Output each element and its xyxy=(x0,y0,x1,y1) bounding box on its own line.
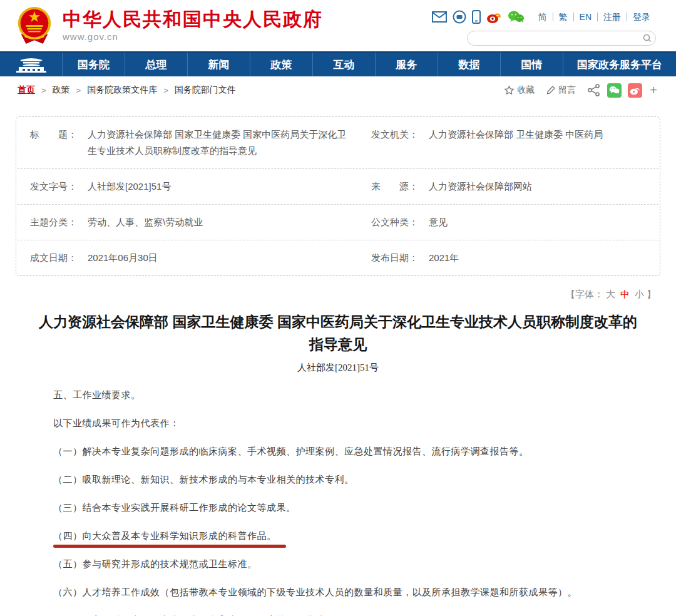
paragraph-item-6: （六）人才培养工作成效（包括带教本专业领域的下级专业技术人员的数量和质量，以及所… xyxy=(53,585,638,599)
font-size-small[interactable]: 小 xyxy=(635,289,644,299)
meta-label-topic-category: 主题分类： xyxy=(30,214,88,230)
nav-item-services[interactable]: 服务 xyxy=(376,53,438,76)
lang-traditional-link[interactable]: 繁 xyxy=(553,13,573,21)
font-selector-prefix: 【字体： xyxy=(566,289,603,299)
breadcrumb-separator: > xyxy=(76,86,81,95)
favorite-button[interactable]: 收藏 xyxy=(504,85,535,96)
font-size-selector: 【字体：大中小】 xyxy=(0,276,676,300)
share-weibo-icon[interactable] xyxy=(628,83,642,98)
nav-item-gov-service-platform[interactable]: 国家政务服务平台 xyxy=(563,53,676,76)
paragraph-item-7: （七）其它可以代表本人专业技术能力和水平的标志性工作业绩。 xyxy=(53,613,638,616)
search-icon[interactable] xyxy=(639,31,655,45)
nav-item-news[interactable]: 新闻 xyxy=(188,53,250,76)
login-link[interactable]: 登录 xyxy=(627,13,656,21)
share-icon[interactable] xyxy=(587,83,601,97)
paragraph-item-5: （五）参与研究并形成的技术规范或卫生标准。 xyxy=(53,557,638,571)
red-underline-annotation xyxy=(53,545,286,548)
meta-row-category-type: 主题分类： 劳动、人事、监察\劳动就业 公文种类： 意见 xyxy=(18,205,658,240)
lang-english-link[interactable]: EN xyxy=(573,13,597,21)
site-brand[interactable]: 中华人民共和国中央人民政府 www.gov.cn xyxy=(15,5,323,46)
nav-item-state-council[interactable]: 国务院 xyxy=(63,53,125,76)
meta-label-doc-number: 发文字号： xyxy=(30,178,88,195)
meta-value-publish-date: 2021年 xyxy=(429,250,476,266)
site-url: www.gov.cn xyxy=(63,31,323,42)
nav-item-policy[interactable]: 政策 xyxy=(250,53,313,76)
font-selector-suffix: 】 xyxy=(647,289,656,299)
search-input[interactable] xyxy=(468,32,639,44)
mobile-icon[interactable] xyxy=(472,10,481,24)
document-meta-table: 标 题： 人力资源社会保障部 国家卫生健康委 国家中医药局关于深化卫生专业技术人… xyxy=(16,116,660,276)
message-icon[interactable] xyxy=(453,10,466,24)
comment-button[interactable]: 留言 xyxy=(546,85,576,96)
meta-label-title: 标 题： xyxy=(30,126,88,159)
meta-row-dates: 成文日期： 2021年06月30日 发布日期： 2021年 xyxy=(18,240,658,275)
nav-home-tiananmen[interactable] xyxy=(0,53,63,76)
page-actions: 收藏 留言 xyxy=(504,83,657,98)
meta-value-document-type: 意见 xyxy=(429,214,465,230)
weibo-icon[interactable] xyxy=(486,10,502,24)
meta-value-issuing-agency: 人力资源社会保障部 卫生健康委 中医药局 xyxy=(429,126,620,159)
document-body: 五、工作业绩要求。 以下业绩成果可作为代表作： （一）解决本专业复杂问题形成的临… xyxy=(38,388,638,616)
meta-row-title-agency: 标 题： 人力资源社会保障部 国家卫生健康委 国家中医药局关于深化卫生专业技术人… xyxy=(18,117,658,169)
paragraph-intro: 以下业绩成果可作为代表作： xyxy=(53,416,638,430)
comment-label: 留言 xyxy=(558,85,576,96)
font-size-large[interactable]: 大 xyxy=(606,289,615,299)
site-header: 中华人民共和国中央人民政府 www.gov.cn xyxy=(0,0,676,51)
meta-value-doc-number: 人社部发[2021]51号 xyxy=(88,178,188,195)
wechat-icon[interactable] xyxy=(508,10,525,24)
meta-label-source: 来 源： xyxy=(371,178,429,195)
nav-item-premier[interactable]: 总理 xyxy=(125,53,188,76)
breadcrumb-separator: > xyxy=(41,86,46,95)
mail-icon[interactable] xyxy=(432,11,447,23)
meta-value-topic-category: 劳动、人事、监察\劳动就业 xyxy=(88,214,220,230)
national-emblem-icon xyxy=(15,5,54,46)
meta-label-publish-date: 发布日期： xyxy=(371,250,429,266)
paragraph-item-1: （一）解决本专业复杂问题形成的临床病案、手术视频、护理案例、应急处置情况报告、流… xyxy=(53,444,638,458)
breadcrumb: 首页 > 政策 > 国务院政策文件库 > 国务院部门文件 xyxy=(18,85,236,96)
breadcrumb-policy-library[interactable]: 国务院政策文件库 xyxy=(87,85,157,96)
nav-item-interaction[interactable]: 互动 xyxy=(313,53,376,76)
share-wechat-icon[interactable] xyxy=(607,83,622,98)
breadcrumb-bar: 首页 > 政策 > 国务院政策文件库 > 国务院部门文件 收藏 留言 xyxy=(0,76,676,104)
document-number: 人社部发[2021]51号 xyxy=(38,362,638,374)
main-nav: 国务院 总理 新闻 政策 互动 服务 数据 国情 国家政务服务平台 xyxy=(0,51,676,76)
tiananmen-icon xyxy=(15,56,48,73)
meta-value-source: 人力资源社会保障部网站 xyxy=(429,178,550,195)
star-icon xyxy=(504,85,515,96)
paragraph-item-3: （三）结合本专业实践开展科研工作形成的论文等成果。 xyxy=(53,501,638,515)
pencil-icon xyxy=(546,85,556,95)
meta-label-issuing-agency: 发文机关： xyxy=(371,126,429,159)
breadcrumb-department-documents[interactable]: 国务院部门文件 xyxy=(175,85,236,96)
plus-icon[interactable]: + xyxy=(650,84,657,96)
document-article: 人力资源社会保障部 国家卫生健康委 国家中医药局关于深化卫生专业技术人员职称制度… xyxy=(0,300,676,616)
meta-value-title: 人力资源社会保障部 国家卫生健康委 国家中医药局关于深化卫生专业技术人员职称制度… xyxy=(88,126,371,159)
site-title: 中华人民共和国中央人民政府 xyxy=(63,9,323,30)
breadcrumb-home[interactable]: 首页 xyxy=(18,85,35,96)
font-size-medium[interactable]: 中 xyxy=(620,289,630,299)
nav-item-data[interactable]: 数据 xyxy=(438,53,501,76)
lang-account-links: 简 繁 EN 注册 登录 xyxy=(533,13,656,21)
favorite-label: 收藏 xyxy=(517,85,535,96)
breadcrumb-policy[interactable]: 政策 xyxy=(53,85,70,96)
paragraph-item-2: （二）吸取新理论、新知识、新技术形成的与本专业相关的技术专利。 xyxy=(53,473,638,486)
meta-row-docnumber-source: 发文字号： 人社部发[2021]51号 来 源： 人力资源社会保障部网站 xyxy=(18,169,658,205)
paragraph-section-heading: 五、工作业绩要求。 xyxy=(53,388,638,402)
meta-label-document-type: 公文种类： xyxy=(371,214,429,230)
register-link[interactable]: 注册 xyxy=(597,13,627,21)
nav-item-national-conditions[interactable]: 国情 xyxy=(501,53,563,76)
meta-value-written-date: 2021年06月30日 xyxy=(88,250,175,266)
paragraph-item-4-highlighted: （四）向大众普及本专业科学知识形成的科普作品。 xyxy=(53,529,638,543)
meta-label-written-date: 成文日期： xyxy=(30,250,88,266)
lang-simplified-link[interactable]: 简 xyxy=(533,13,553,21)
search-box xyxy=(467,31,656,46)
breadcrumb-separator: > xyxy=(163,86,168,95)
document-title: 人力资源社会保障部 国家卫生健康委 国家中医药局关于深化卫生专业技术人员职称制度… xyxy=(38,311,638,356)
